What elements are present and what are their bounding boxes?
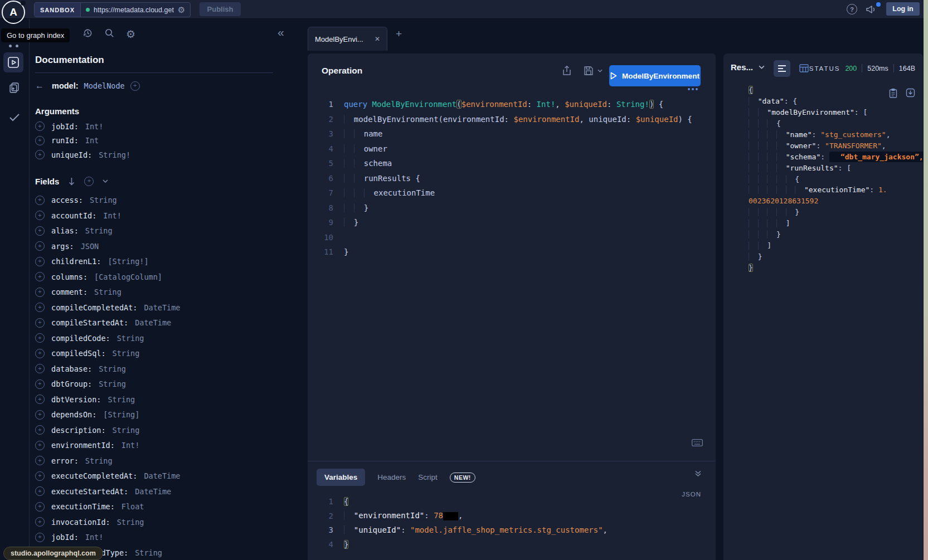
code-line[interactable]: 3 "uniqueId": "model.jaffle_shop_metrics… <box>308 523 716 537</box>
add-field-icon[interactable] <box>35 456 45 465</box>
raw-view-toggle[interactable] <box>774 60 790 77</box>
add-all-fields-icon[interactable] <box>130 81 140 91</box>
field-row[interactable]: error:String <box>35 453 273 469</box>
field-row[interactable]: alias:String <box>35 223 273 239</box>
field-row[interactable]: description:String <box>35 422 273 438</box>
code-line[interactable]: "modelByEnvironment": [ <box>738 107 920 118</box>
field-row[interactable]: executeCompletedAt:DateTime <box>35 469 273 484</box>
code-line[interactable]: 1query ModelByEnvironment($environmentId… <box>308 97 716 112</box>
sidebar-item-explorer[interactable] <box>3 52 23 72</box>
add-field-icon[interactable] <box>35 471 45 481</box>
code-line[interactable]: 11} <box>308 245 716 260</box>
tab-script[interactable]: Script <box>418 473 438 481</box>
add-field-icon[interactable] <box>35 226 45 236</box>
new-tab-icon[interactable]: + <box>396 28 402 40</box>
fields-chevron-icon[interactable] <box>103 179 108 183</box>
tab-variables[interactable]: Variables <box>317 469 365 486</box>
code-line[interactable]: 2 "environmentId": 78 , <box>308 509 716 523</box>
add-field-icon[interactable] <box>35 410 45 420</box>
endpoint-settings-icon[interactable]: ⚙ <box>178 6 185 14</box>
add-field-icon[interactable] <box>35 303 45 312</box>
sidebar-item-checks[interactable] <box>8 111 21 123</box>
field-row[interactable]: dbtGroup:String <box>35 377 273 392</box>
add-field-icon[interactable] <box>35 257 45 266</box>
code-line[interactable]: "owner": "TRANSFORMER", <box>738 140 920 151</box>
back-arrow-icon[interactable]: ← <box>35 81 44 91</box>
keyboard-shortcuts-icon[interactable] <box>692 439 703 446</box>
add-field-icon[interactable] <box>35 364 45 373</box>
field-row[interactable]: childrenL1:[String!] <box>35 254 273 270</box>
field-row[interactable]: columns:[CatalogColumn] <box>35 269 273 285</box>
field-row[interactable]: accountId:Int! <box>35 208 273 223</box>
field-row[interactable]: dependsOn:[String] <box>35 407 273 423</box>
add-field-icon[interactable] <box>35 211 45 220</box>
add-fields-icon[interactable] <box>84 177 94 186</box>
add-field-icon[interactable] <box>35 379 45 389</box>
code-line[interactable]: } <box>738 229 920 240</box>
endpoint-url-group[interactable]: https://metadata.cloud.get ⚙ <box>81 3 190 17</box>
help-icon[interactable]: ? <box>847 4 857 14</box>
variables-editor[interactable]: 1{2 "environmentId": 78 ,3 "uniqueId": "… <box>308 494 716 552</box>
tab-modelbyenvironment[interactable]: ModelByEnvi... ✕ <box>308 27 387 51</box>
field-row[interactable]: database:String <box>35 361 273 377</box>
tab-headers[interactable]: Headers <box>377 473 406 481</box>
sort-fields-icon[interactable] <box>68 177 75 186</box>
field-row[interactable]: compiledSql:String <box>35 346 273 362</box>
code-line[interactable]: 10 <box>308 230 716 245</box>
operation-editor[interactable]: 1query ModelByEnvironment($environmentId… <box>308 97 716 260</box>
field-row[interactable]: access:String <box>35 193 273 208</box>
code-line[interactable]: 4} <box>308 537 716 552</box>
field-row[interactable]: args:JSON <box>35 238 273 254</box>
field-row[interactable]: uniqueId:String! <box>35 148 273 162</box>
add-field-icon[interactable] <box>35 349 45 358</box>
code-line[interactable]: } <box>738 251 920 262</box>
code-line[interactable]: ] <box>738 240 920 251</box>
save-operation-icon[interactable] <box>584 66 594 76</box>
field-row[interactable]: executionTime:Float <box>35 499 273 515</box>
code-line[interactable]: 0023620128631592 <box>738 196 920 207</box>
code-line[interactable]: 3 name <box>308 126 716 142</box>
field-row[interactable]: dbtVersion:String <box>35 392 273 407</box>
add-field-icon[interactable] <box>35 136 45 145</box>
tab-close-icon[interactable]: ✕ <box>375 35 380 43</box>
code-line[interactable]: "name": "stg_customers", <box>738 129 920 140</box>
code-line[interactable]: "executionTime": 1. <box>738 184 920 196</box>
endpoint-url-input[interactable]: https://metadata.cloud.get <box>94 6 174 14</box>
editor-menu-icon[interactable] <box>688 88 698 90</box>
run-operation-button[interactable]: ModelByEnvironment <box>609 65 701 86</box>
code-line[interactable]: 8 } <box>308 201 716 216</box>
field-row[interactable]: environmentId:Int! <box>35 438 273 454</box>
save-chevron-icon[interactable] <box>597 69 603 72</box>
code-line[interactable]: 4 owner <box>308 142 716 157</box>
table-view-icon[interactable] <box>799 64 809 72</box>
code-line[interactable]: ] <box>738 218 920 229</box>
add-field-icon[interactable] <box>35 150 45 159</box>
response-title[interactable]: Res... <box>731 62 765 72</box>
code-line[interactable]: 9 } <box>308 215 716 230</box>
add-field-icon[interactable] <box>35 318 45 328</box>
apollo-logo[interactable]: A <box>2 1 25 24</box>
code-line[interactable]: } <box>738 262 920 273</box>
add-field-icon[interactable] <box>35 441 45 450</box>
code-line[interactable]: { <box>738 173 920 184</box>
collapse-variables-icon[interactable] <box>694 470 702 477</box>
field-row[interactable]: jobId:Int! <box>35 119 273 134</box>
copy-response-icon[interactable] <box>889 88 897 98</box>
login-button[interactable]: Log in <box>886 2 920 16</box>
add-field-icon[interactable] <box>35 502 45 512</box>
add-field-icon[interactable] <box>35 288 45 297</box>
download-response-icon[interactable] <box>906 88 915 98</box>
field-row[interactable]: executeStartedAt:DateTime <box>35 484 273 499</box>
code-line[interactable]: } <box>738 207 920 218</box>
announcements-icon[interactable] <box>866 4 877 14</box>
code-line[interactable]: 2 modelByEnvironment(environmentId: $env… <box>308 112 716 127</box>
field-row[interactable]: invocationId:String <box>35 514 273 530</box>
add-field-icon[interactable] <box>35 333 45 343</box>
add-field-icon[interactable] <box>35 272 45 281</box>
code-line[interactable]: 6 runResults { <box>308 171 716 186</box>
publish-button[interactable]: Publish <box>200 2 241 16</box>
add-field-icon[interactable] <box>35 486 45 496</box>
settings-gear-icon[interactable]: ⚙ <box>126 28 135 41</box>
field-row[interactable]: compileStartedAt:DateTime <box>35 315 273 331</box>
add-field-icon[interactable] <box>35 425 45 435</box>
